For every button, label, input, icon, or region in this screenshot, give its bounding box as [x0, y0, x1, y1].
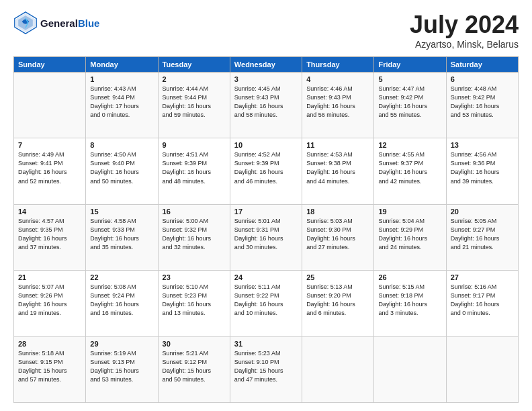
day-info: Sunrise: 4:49 AM Sunset: 9:41 PM Dayligh…	[18, 150, 81, 185]
day-info: Sunrise: 4:46 AM Sunset: 9:43 PM Dayligh…	[306, 85, 369, 120]
logo-icon	[13, 11, 38, 35]
day-cell: 11Sunrise: 4:53 AM Sunset: 9:38 PM Dayli…	[302, 138, 374, 204]
day-cell: 15Sunrise: 4:58 AM Sunset: 9:33 PM Dayli…	[86, 204, 158, 270]
day-number: 31	[234, 340, 298, 348]
week-row-3: 14Sunrise: 4:57 AM Sunset: 9:35 PM Dayli…	[14, 204, 519, 270]
day-cell: 31Sunrise: 5:23 AM Sunset: 9:10 PM Dayli…	[230, 336, 302, 402]
day-cell	[374, 336, 446, 402]
day-info: Sunrise: 4:56 AM Sunset: 9:36 PM Dayligh…	[451, 150, 514, 185]
day-info: Sunrise: 5:16 AM Sunset: 9:17 PM Dayligh…	[451, 283, 514, 318]
day-info: Sunrise: 5:04 AM Sunset: 9:29 PM Dayligh…	[378, 217, 441, 252]
day-number: 21	[18, 273, 81, 281]
week-row-2: 7Sunrise: 4:49 AM Sunset: 9:41 PM Daylig…	[14, 138, 519, 204]
day-cell: 30Sunrise: 5:21 AM Sunset: 9:12 PM Dayli…	[158, 336, 230, 402]
day-info: Sunrise: 4:55 AM Sunset: 9:37 PM Dayligh…	[378, 150, 441, 185]
day-info: Sunrise: 5:08 AM Sunset: 9:24 PM Dayligh…	[90, 283, 153, 318]
location: Azyartso, Minsk, Belarus	[410, 39, 519, 50]
col-header-friday: Friday	[374, 57, 446, 73]
day-number: 14	[18, 208, 81, 216]
day-cell: 23Sunrise: 5:10 AM Sunset: 9:23 PM Dayli…	[158, 271, 230, 336]
day-info: Sunrise: 5:00 AM Sunset: 9:32 PM Dayligh…	[163, 217, 226, 252]
day-cell: 17Sunrise: 5:01 AM Sunset: 9:31 PM Dayli…	[230, 204, 302, 270]
day-info: Sunrise: 5:15 AM Sunset: 9:18 PM Dayligh…	[378, 283, 441, 318]
day-cell: 20Sunrise: 5:05 AM Sunset: 9:27 PM Dayli…	[446, 204, 518, 270]
day-info: Sunrise: 4:57 AM Sunset: 9:35 PM Dayligh…	[18, 217, 81, 252]
day-number: 20	[451, 208, 514, 216]
day-number: 2	[163, 75, 226, 83]
logo-text: GeneralBlue	[40, 17, 99, 29]
day-cell: 6Sunrise: 4:48 AM Sunset: 9:42 PM Daylig…	[446, 73, 518, 138]
day-info: Sunrise: 4:43 AM Sunset: 9:44 PM Dayligh…	[90, 85, 153, 120]
week-row-4: 21Sunrise: 5:07 AM Sunset: 9:26 PM Dayli…	[14, 271, 519, 336]
day-number: 11	[306, 141, 369, 149]
day-cell: 29Sunrise: 5:19 AM Sunset: 9:13 PM Dayli…	[86, 336, 158, 402]
day-cell: 25Sunrise: 5:13 AM Sunset: 9:20 PM Dayli…	[302, 271, 374, 336]
day-info: Sunrise: 5:03 AM Sunset: 9:30 PM Dayligh…	[306, 217, 369, 252]
month-title: July 2024	[410, 11, 519, 39]
day-number: 18	[306, 208, 369, 216]
day-number: 3	[234, 75, 298, 83]
day-cell: 13Sunrise: 4:56 AM Sunset: 9:36 PM Dayli…	[446, 138, 518, 204]
day-number: 28	[18, 340, 81, 348]
day-number: 10	[234, 141, 298, 149]
day-cell: 27Sunrise: 5:16 AM Sunset: 9:17 PM Dayli…	[446, 271, 518, 336]
day-info: Sunrise: 5:11 AM Sunset: 9:22 PM Dayligh…	[234, 283, 298, 318]
day-number: 7	[18, 141, 81, 149]
day-number: 13	[451, 141, 514, 149]
day-cell: 7Sunrise: 4:49 AM Sunset: 9:41 PM Daylig…	[14, 138, 86, 204]
day-info: Sunrise: 4:45 AM Sunset: 9:43 PM Dayligh…	[234, 85, 298, 120]
day-number: 17	[234, 208, 298, 216]
day-info: Sunrise: 4:50 AM Sunset: 9:40 PM Dayligh…	[90, 150, 153, 185]
day-info: Sunrise: 4:51 AM Sunset: 9:39 PM Dayligh…	[163, 150, 226, 185]
day-info: Sunrise: 4:48 AM Sunset: 9:42 PM Dayligh…	[451, 85, 514, 120]
col-header-wednesday: Wednesday	[230, 57, 302, 73]
day-info: Sunrise: 5:07 AM Sunset: 9:26 PM Dayligh…	[18, 283, 81, 318]
day-number: 19	[378, 208, 441, 216]
calendar-table: SundayMondayTuesdayWednesdayThursdayFrid…	[13, 56, 519, 403]
day-cell: 3Sunrise: 4:45 AM Sunset: 9:43 PM Daylig…	[230, 73, 302, 138]
day-number: 25	[306, 273, 369, 281]
day-cell: 24Sunrise: 5:11 AM Sunset: 9:22 PM Dayli…	[230, 271, 302, 336]
col-header-thursday: Thursday	[302, 57, 374, 73]
day-number: 23	[163, 273, 226, 281]
title-section: July 2024 Azyartso, Minsk, Belarus	[410, 11, 519, 50]
day-cell: 22Sunrise: 5:08 AM Sunset: 9:24 PM Dayli…	[86, 271, 158, 336]
day-number: 16	[163, 208, 226, 216]
day-cell: 2Sunrise: 4:44 AM Sunset: 9:44 PM Daylig…	[158, 73, 230, 138]
day-cell: 8Sunrise: 4:50 AM Sunset: 9:40 PM Daylig…	[86, 138, 158, 204]
day-info: Sunrise: 5:23 AM Sunset: 9:10 PM Dayligh…	[234, 349, 298, 384]
col-header-monday: Monday	[86, 57, 158, 73]
day-cell: 4Sunrise: 4:46 AM Sunset: 9:43 PM Daylig…	[302, 73, 374, 138]
day-info: Sunrise: 5:18 AM Sunset: 9:15 PM Dayligh…	[18, 349, 81, 384]
day-number: 27	[451, 273, 514, 281]
day-number: 22	[90, 273, 153, 281]
day-cell: 26Sunrise: 5:15 AM Sunset: 9:18 PM Dayli…	[374, 271, 446, 336]
day-cell: 5Sunrise: 4:47 AM Sunset: 9:42 PM Daylig…	[374, 73, 446, 138]
day-number: 12	[378, 141, 441, 149]
logo: GeneralBlue	[13, 11, 99, 35]
col-header-saturday: Saturday	[446, 57, 518, 73]
day-cell	[14, 73, 86, 138]
day-cell: 10Sunrise: 4:52 AM Sunset: 9:39 PM Dayli…	[230, 138, 302, 204]
day-info: Sunrise: 4:44 AM Sunset: 9:44 PM Dayligh…	[163, 85, 226, 120]
day-info: Sunrise: 5:05 AM Sunset: 9:27 PM Dayligh…	[451, 217, 514, 252]
day-number: 30	[163, 340, 226, 348]
day-number: 4	[306, 75, 369, 83]
day-info: Sunrise: 5:13 AM Sunset: 9:20 PM Dayligh…	[306, 283, 369, 318]
day-number: 26	[378, 273, 441, 281]
day-number: 24	[234, 273, 298, 281]
day-number: 9	[163, 141, 226, 149]
day-cell	[446, 336, 518, 402]
week-row-5: 28Sunrise: 5:18 AM Sunset: 9:15 PM Dayli…	[14, 336, 519, 402]
day-cell: 9Sunrise: 4:51 AM Sunset: 9:39 PM Daylig…	[158, 138, 230, 204]
day-number: 29	[90, 340, 153, 348]
day-info: Sunrise: 4:53 AM Sunset: 9:38 PM Dayligh…	[306, 150, 369, 185]
day-cell: 16Sunrise: 5:00 AM Sunset: 9:32 PM Dayli…	[158, 204, 230, 270]
col-header-tuesday: Tuesday	[158, 57, 230, 73]
day-cell: 28Sunrise: 5:18 AM Sunset: 9:15 PM Dayli…	[14, 336, 86, 402]
day-info: Sunrise: 4:58 AM Sunset: 9:33 PM Dayligh…	[90, 217, 153, 252]
day-cell: 12Sunrise: 4:55 AM Sunset: 9:37 PM Dayli…	[374, 138, 446, 204]
day-cell: 19Sunrise: 5:04 AM Sunset: 9:29 PM Dayli…	[374, 204, 446, 270]
day-cell: 14Sunrise: 4:57 AM Sunset: 9:35 PM Dayli…	[14, 204, 86, 270]
day-number: 5	[378, 75, 441, 83]
